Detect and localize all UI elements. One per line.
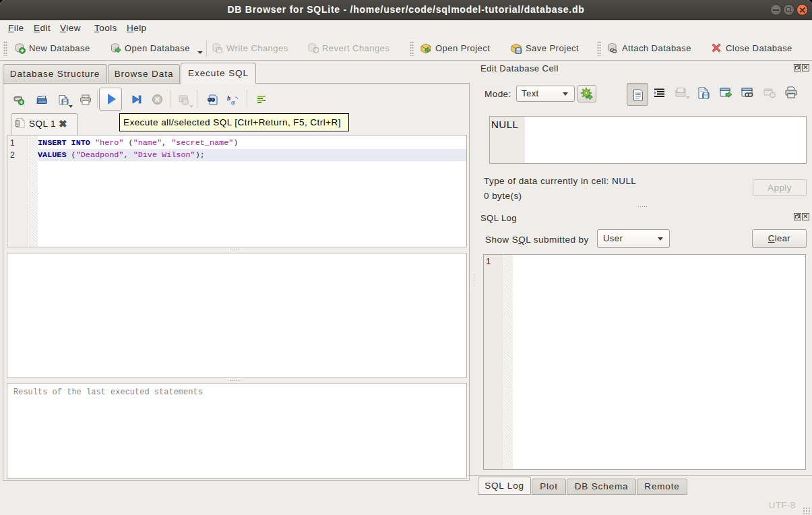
svg-text:a: a	[231, 98, 235, 106]
svg-text:b: b	[227, 94, 230, 102]
